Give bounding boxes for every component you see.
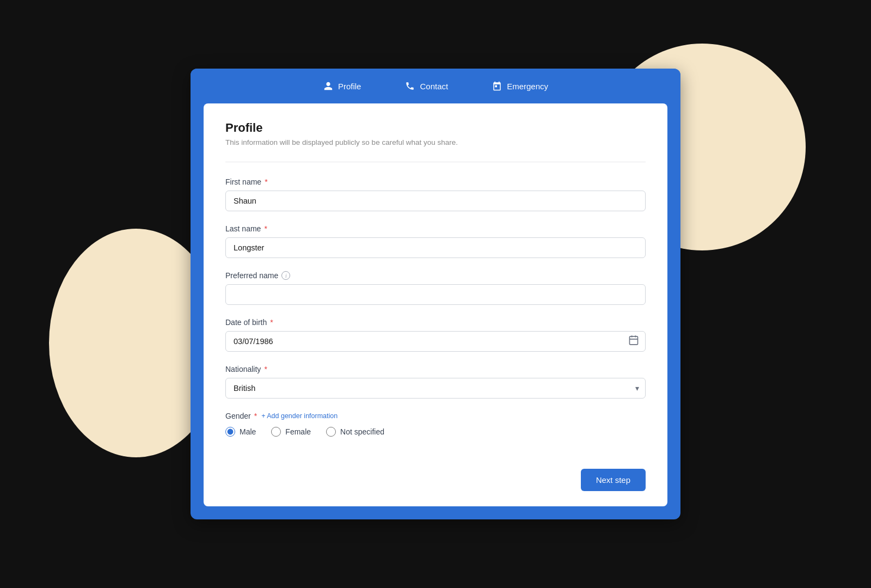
preferred-name-group: Preferred name i [225, 271, 646, 305]
nav-tabs: Profile Contact Emergency [191, 69, 680, 103]
main-container: Profile Contact Emergency Profile This i… [191, 69, 680, 519]
gender-male-radio[interactable] [225, 427, 235, 437]
dob-label: Date of birth * [225, 318, 646, 327]
form-subtitle: This information will be displayed publi… [225, 138, 646, 146]
gender-label-row: Gender * + Add gender information [225, 412, 646, 420]
gender-male-option[interactable]: Male [225, 427, 256, 437]
first-name-input[interactable] [225, 191, 646, 211]
gender-male-label: Male [240, 427, 256, 436]
first-name-required: * [265, 177, 267, 186]
gender-group: Gender * + Add gender information Male F… [225, 412, 646, 437]
gender-female-option[interactable]: Female [271, 427, 311, 437]
gender-required: * [254, 412, 257, 420]
gender-not-specified-option[interactable]: Not specified [326, 427, 384, 437]
nationality-required: * [264, 365, 267, 373]
next-step-button[interactable]: Next step [581, 469, 646, 491]
gender-radio-group: Male Female Not specified [225, 427, 646, 437]
nationality-label: Nationality * [225, 365, 646, 373]
last-name-group: Last name * [225, 224, 646, 258]
tab-profile[interactable]: Profile [317, 77, 367, 95]
svg-rect-0 [630, 336, 638, 345]
gender-female-radio[interactable] [271, 427, 281, 437]
first-name-group: First name * [225, 177, 646, 211]
profile-icon [323, 81, 334, 91]
last-name-label: Last name * [225, 224, 646, 233]
tab-contact-label: Contact [420, 82, 448, 91]
contact-icon [404, 81, 415, 91]
last-name-input[interactable] [225, 237, 646, 258]
tab-contact[interactable]: Contact [399, 77, 453, 95]
preferred-name-info-icon[interactable]: i [281, 271, 290, 280]
dob-input-wrapper [225, 331, 646, 352]
form-title: Profile [225, 121, 646, 135]
dob-input[interactable] [225, 331, 646, 352]
first-name-label: First name * [225, 177, 646, 186]
gender-female-label: Female [285, 427, 311, 436]
gender-not-specified-label: Not specified [340, 427, 384, 436]
dob-group: Date of birth * [225, 318, 646, 352]
nationality-select[interactable]: British American Australian Canadian Oth… [225, 378, 646, 399]
nationality-select-wrapper: British American Australian Canadian Oth… [225, 378, 646, 399]
tab-profile-label: Profile [338, 82, 361, 91]
gender-label: Gender * [225, 412, 257, 420]
emergency-icon [492, 81, 502, 91]
tab-emergency-label: Emergency [507, 82, 548, 91]
form-card: Profile This information will be display… [204, 103, 667, 506]
nationality-group: Nationality * British American Australia… [225, 365, 646, 399]
last-name-required: * [264, 224, 267, 233]
gender-not-specified-radio[interactable] [326, 427, 336, 437]
tab-emergency[interactable]: Emergency [486, 77, 554, 95]
dob-required: * [270, 318, 273, 327]
preferred-name-label: Preferred name i [225, 271, 646, 280]
divider [225, 162, 646, 162]
preferred-name-input[interactable] [225, 284, 646, 305]
calendar-icon[interactable] [628, 335, 639, 348]
add-gender-link[interactable]: + Add gender information [261, 412, 338, 420]
